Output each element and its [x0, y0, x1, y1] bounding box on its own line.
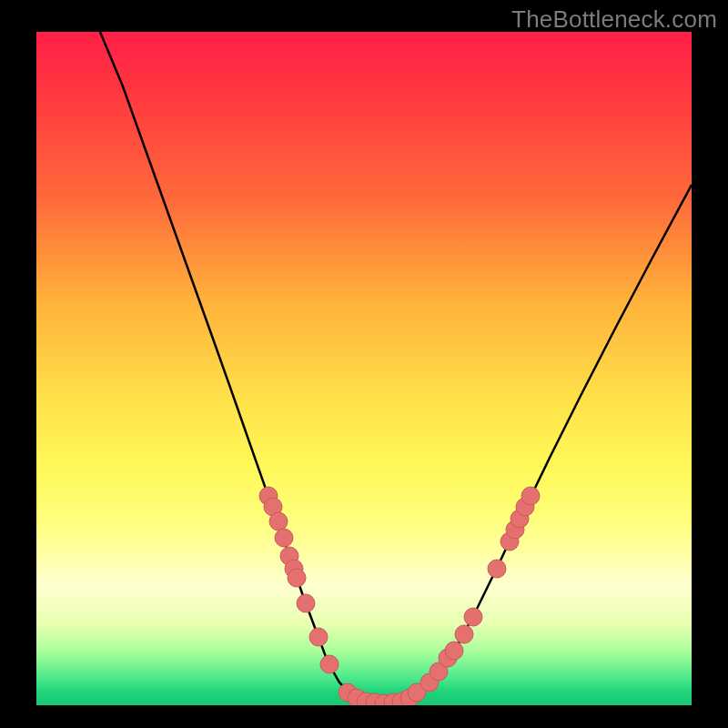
watermark-text: TheBottleneck.com: [511, 5, 717, 34]
data-point-left: [320, 655, 339, 673]
data-point-right: [521, 487, 540, 505]
chart-frame: TheBottleneck.com: [0, 0, 728, 728]
data-point-right: [464, 608, 482, 626]
data-point-right: [455, 625, 473, 643]
data-point-left: [288, 569, 306, 587]
data-point-right: [488, 560, 506, 578]
data-point-left: [309, 628, 328, 646]
data-point-left: [269, 512, 288, 531]
data-point-right: [445, 642, 463, 660]
curve-layer: [36, 32, 692, 705]
bottleneck-curve: [100, 32, 692, 703]
data-point-left: [275, 529, 293, 547]
plot-area: [36, 32, 692, 705]
data-point-left: [297, 594, 315, 612]
